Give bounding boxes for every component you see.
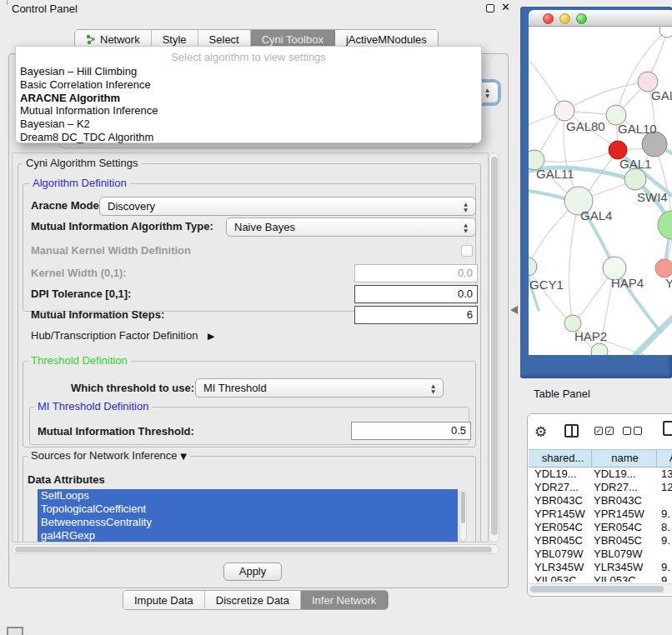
table-cell: 9.: [657, 574, 672, 582]
group-title: Cyni Algorithm Settings: [23, 158, 141, 169]
network-canvas[interactable]: GALGAL80GAL10GAL1GAL11SWI4GAL4GCY1HAP4YH…: [529, 27, 672, 355]
node-label: GAL11: [536, 167, 574, 181]
node-label: GAL80: [566, 119, 605, 133]
docked-panel-stub[interactable]: [7, 627, 23, 635]
column-header[interactable]: shared...: [529, 450, 592, 467]
spinner-arrows-icon: ▲▼: [462, 222, 469, 233]
table-body: YDL19...YDL19...13YDR27...YDR27...12YBR0…: [529, 468, 672, 582]
manual-kernel-checkbox[interactable]: [461, 245, 473, 257]
tab-label: Infer Network: [312, 594, 376, 607]
spinner-arrows-icon: ▲▼: [429, 382, 437, 394]
cyni-bottom-tabbar: Impute DataDiscretize DataInfer Network: [123, 590, 389, 610]
mi-type-select[interactable]: Naive Bayes ▲▼: [226, 218, 476, 237]
tab-label: Network: [100, 33, 140, 46]
network-node-gcy1[interactable]: [529, 258, 537, 276]
algorithm-option[interactable]: Dream8 DC_TDC Algorithm: [16, 131, 481, 144]
table-panel-title: Table Panel: [534, 388, 590, 400]
window-zoom-icon[interactable]: [576, 13, 587, 24]
tab-label: Cyni Toolbox: [262, 33, 323, 46]
data-attribute-item[interactable]: gal4RGexp: [38, 529, 458, 542]
deselect-all-icon[interactable]: [623, 427, 642, 435]
tab-infer-network[interactable]: Infer Network: [301, 591, 388, 609]
float-panel-icon[interactable]: [486, 4, 494, 12]
data-attribute-item[interactable]: TopologicalCoefficient: [38, 502, 458, 516]
tab-label: Impute Data: [134, 594, 193, 607]
split-column-icon[interactable]: [564, 424, 579, 438]
algorithm-option[interactable]: ARACNE Algorithm: [16, 92, 481, 105]
table-cell: YER054C: [529, 521, 592, 534]
algorithm-option[interactable]: Bayesian – K2: [16, 118, 481, 131]
gear-icon[interactable]: ⚙: [534, 424, 547, 439]
mi-threshold-label: Mutual Information Threshold:: [38, 425, 194, 438]
settings-vertical-scrollbar[interactable]: [489, 152, 499, 542]
table-row[interactable]: YBR045CYBR045C9.: [529, 534, 672, 548]
tab-impute-data[interactable]: Impute Data: [123, 591, 205, 609]
group-title: MI Threshold Definition: [34, 401, 152, 412]
collapse-down-icon: ▼: [180, 452, 187, 461]
network-window-titlebar[interactable]: [529, 10, 672, 27]
node-label: GAL1: [619, 157, 651, 171]
hub-section-toggle[interactable]: Hub/Transcription Factor Definition ▶: [31, 329, 214, 343]
network-node-gal80[interactable]: [554, 101, 574, 121]
column-header[interactable]: A: [657, 450, 672, 467]
network-icon: [86, 34, 96, 45]
table-cell: YBL079W: [592, 548, 657, 561]
select-all-icon[interactable]: ✓ ✓: [594, 427, 614, 435]
data-attribute-item[interactable]: BetweennessCentrality: [38, 516, 458, 529]
table-cell: 9.: [657, 534, 672, 548]
table-cell: 9.: [657, 561, 672, 574]
table-row[interactable]: YDR27...YDR27...12: [529, 481, 672, 494]
tab-discretize-data[interactable]: Discretize Data: [205, 591, 301, 609]
table-row[interactable]: YPR145WYPR145W9.: [529, 508, 672, 521]
group-title: Threshold Definition: [28, 355, 131, 367]
sources-group-toggle[interactable]: Sources for Network Inference ▼: [28, 450, 190, 462]
table-row[interactable]: YBL079WYBL079W: [529, 548, 672, 561]
network-node-swi4[interactable]: [624, 168, 646, 190]
algorithm-option[interactable]: Mutual Information Inference: [16, 104, 481, 118]
column-header[interactable]: name: [592, 450, 657, 467]
mi-threshold-field[interactable]: 0.5: [351, 422, 471, 440]
table-cell: YPR145W: [592, 508, 657, 521]
which-threshold-select[interactable]: MI Threshold ▲▼: [195, 378, 444, 398]
table-cell: YPR145W: [529, 508, 592, 521]
window-minimize-icon[interactable]: [559, 13, 570, 24]
table-cell: YBR043C: [529, 494, 592, 508]
network-edge[interactable]: [529, 190, 567, 199]
table-row[interactable]: YER054CYER054C8.: [529, 521, 672, 534]
scrollbar-thumb[interactable]: [491, 157, 498, 535]
mi-steps-label: Mutual Information Steps:: [31, 308, 164, 322]
which-threshold-label: Which threshold to use:: [71, 382, 194, 395]
apply-button[interactable]: Apply: [223, 562, 282, 581]
table-cell: [657, 494, 672, 508]
scrollbar-thumb[interactable]: [530, 586, 664, 592]
scrollbar-thumb[interactable]: [15, 547, 492, 552]
table-row[interactable]: YDL19...YDL19...13: [529, 468, 672, 481]
network-node-big-green[interactable]: [658, 211, 672, 239]
dpi-tolerance-field[interactable]: 0.0: [354, 285, 478, 303]
network-node-salmon-y[interactable]: [655, 259, 672, 278]
kernel-width-field[interactable]: 0.0: [354, 264, 478, 282]
settings-horizontal-scrollbar[interactable]: [12, 544, 499, 554]
document-icon[interactable]: [663, 421, 672, 436]
network-edge[interactable]: [569, 201, 579, 317]
table-cell: YDR27...: [592, 481, 657, 494]
table-row[interactable]: YLR345WYLR345W9.: [529, 561, 672, 574]
list-vertical-scrollbar[interactable]: [459, 490, 467, 542]
algorithm-option[interactable]: Bayesian – Hill Climbing: [16, 65, 481, 78]
table-row[interactable]: YIL053CYIL053C9.: [529, 574, 672, 582]
scrollbar-thumb[interactable]: [461, 492, 465, 523]
aracne-mode-select[interactable]: Discovery ▲▼: [99, 197, 476, 216]
table-row[interactable]: YBR043CYBR043C: [529, 494, 672, 508]
network-edge[interactable]: [534, 152, 612, 162]
mi-steps-field[interactable]: 6: [354, 306, 478, 324]
data-attribute-item[interactable]: SelfLoops: [38, 489, 458, 502]
close-icon[interactable]: ✕: [501, 1, 510, 13]
dropdown-prompt: Select algorithm to view settings: [16, 49, 481, 65]
empty-box-icon: [623, 427, 631, 435]
table-horizontal-scrollbar[interactable]: [529, 583, 672, 594]
network-node-bottom-node[interactable]: [591, 343, 608, 355]
table-cell: YDL19...: [592, 468, 657, 481]
algorithm-option[interactable]: Basic Correlation Inference: [16, 78, 481, 92]
window-close-icon[interactable]: [543, 13, 554, 24]
network-edge[interactable]: [529, 113, 558, 127]
